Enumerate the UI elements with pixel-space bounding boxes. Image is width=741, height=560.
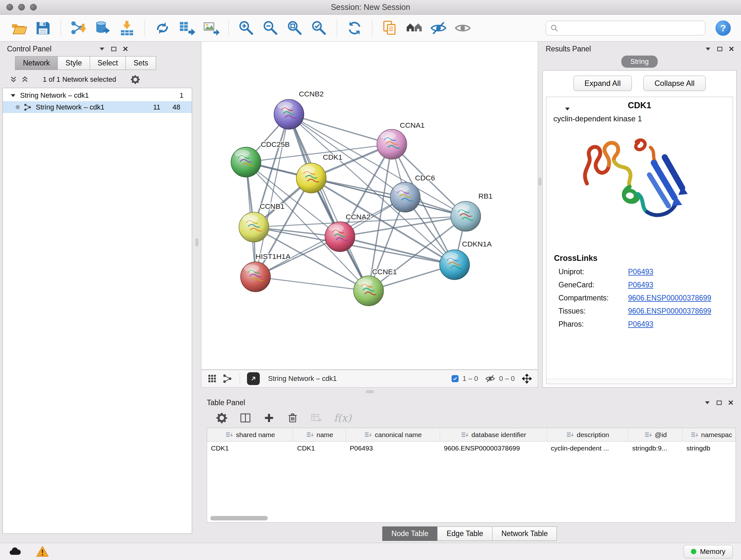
apply-layout-button[interactable] — [343, 17, 366, 39]
first-neighbors-button[interactable] — [403, 17, 425, 39]
network-edge[interactable] — [256, 277, 368, 291]
toolbar-search[interactable] — [546, 21, 705, 36]
collapse-all-button[interactable]: Collapse All — [643, 76, 705, 91]
disclosure-triangle-icon[interactable] — [10, 94, 16, 98]
network-view[interactable]: CCNB2CCNA1CDC25BCDK1CDC6RB1CCNB1CCNA2CDK… — [201, 42, 538, 369]
table-cell[interactable]: stringdb — [683, 442, 736, 455]
table-cell[interactable]: stringdb:9... — [628, 442, 683, 455]
horizontal-splitter-handle[interactable] — [366, 390, 374, 393]
close-panel-icon[interactable] — [123, 46, 128, 51]
zoom-in-button[interactable] — [235, 17, 258, 39]
tab-sets[interactable]: Sets — [125, 56, 156, 70]
table-cell[interactable]: CDK1 — [207, 442, 293, 455]
pan-tool-button[interactable] — [522, 374, 532, 384]
expand-all-button[interactable]: Expand All — [574, 76, 632, 91]
memory-button[interactable]: Memory — [684, 545, 733, 558]
column-header-namespac[interactable]: namespac — [683, 428, 736, 441]
network-canvas[interactable]: CCNB2CCNA1CDC25BCDK1CDC6RB1CCNB1CCNA2CDK… — [201, 42, 538, 370]
gear-icon[interactable] — [130, 74, 140, 84]
delete-table-button-disabled[interactable] — [310, 412, 322, 424]
column-header-name[interactable]: name — [293, 428, 346, 441]
close-panel-icon[interactable] — [728, 400, 733, 405]
column-header--id[interactable]: @id — [628, 428, 683, 441]
protein-section-header[interactable]: CDK1 — [546, 97, 733, 114]
table-cell[interactable]: CDK1 — [293, 442, 346, 455]
minimize-window-button[interactable] — [18, 4, 25, 10]
network-node-ccna1[interactable] — [377, 129, 407, 159]
network-collection-row[interactable]: String Network – cdk1 1 — [3, 89, 192, 101]
collapse-all-icon[interactable] — [10, 76, 17, 83]
zoom-out-button[interactable] — [259, 17, 282, 39]
uniprot-link[interactable]: P06493 — [628, 267, 653, 276]
selected-checkbox-icon[interactable] — [452, 375, 459, 382]
search-input[interactable] — [561, 24, 700, 32]
tissues-link[interactable]: 9606.ENSP00000378699 — [628, 307, 711, 315]
collapse-panel-icon[interactable] — [705, 47, 711, 51]
network-node-ccna2[interactable] — [325, 222, 355, 252]
vertical-splitter-handle[interactable] — [195, 238, 199, 246]
cloud-status-button[interactable] — [8, 545, 22, 558]
network-node-cdc25b[interactable] — [231, 147, 261, 177]
column-header-shared-name[interactable]: shared name — [207, 428, 293, 441]
network-edge[interactable] — [289, 114, 392, 144]
compartments-link[interactable]: 9606.ENSP00000378699 — [628, 294, 711, 302]
close-window-button[interactable] — [6, 4, 13, 10]
clone-network-button[interactable] — [151, 17, 174, 39]
show-all-button[interactable] — [452, 17, 474, 39]
network-edge[interactable] — [289, 114, 368, 291]
grid-view-button[interactable] — [207, 374, 217, 384]
network-node-ccnb1[interactable] — [239, 212, 269, 242]
import-network-from-database-button[interactable] — [91, 17, 114, 39]
network-row-selected[interactable]: String Network – cdk1 11 48 — [3, 101, 192, 113]
disclosure-triangle-icon[interactable] — [565, 107, 570, 111]
collapse-panel-icon[interactable] — [704, 401, 710, 405]
tab-style[interactable]: Style — [57, 56, 90, 70]
tab-network-table[interactable]: Network Table — [492, 526, 557, 541]
table-cell[interactable]: cyclin-dependent ... — [547, 442, 628, 455]
import-table-button[interactable] — [116, 17, 138, 39]
help-button[interactable]: ? — [716, 20, 731, 36]
export-table-button[interactable] — [176, 17, 198, 39]
create-column-button[interactable] — [263, 412, 275, 424]
zoom-fit-button[interactable] — [284, 17, 306, 39]
network-overview-button[interactable] — [222, 374, 232, 384]
table-settings-button[interactable] — [216, 412, 228, 424]
pharos-link[interactable]: P06493 — [628, 320, 653, 328]
close-panel-icon[interactable] — [729, 46, 734, 51]
network-node-rb1[interactable] — [451, 201, 481, 232]
table-row[interactable]: CDK1CDK1P064939606.ENSP00000378699cyclin… — [207, 442, 736, 455]
delete-column-button[interactable] — [286, 412, 299, 424]
network-node-cdc6[interactable] — [390, 182, 420, 212]
expand-all-icon[interactable] — [21, 76, 29, 83]
tab-select[interactable]: Select — [90, 56, 126, 70]
copy-document-button[interactable] — [379, 17, 401, 39]
column-header-description[interactable]: description — [547, 428, 628, 441]
float-panel-icon[interactable] — [717, 400, 722, 405]
network-node-ccnb2[interactable] — [274, 99, 304, 129]
column-header-database-identifier[interactable]: database identifier — [440, 428, 547, 441]
open-session-button[interactable] — [8, 17, 30, 39]
network-node-ccne1[interactable] — [354, 276, 384, 306]
results-scrollbar[interactable] — [546, 379, 733, 384]
collapse-panel-icon[interactable] — [99, 47, 105, 51]
float-panel-icon[interactable] — [717, 47, 723, 51]
tab-edge-table[interactable]: Edge Table — [437, 526, 492, 541]
show-columns-button[interactable] — [239, 412, 252, 424]
column-header-canonical-name[interactable]: canonical name — [346, 428, 440, 441]
export-image-button[interactable] — [200, 17, 222, 39]
save-session-button[interactable] — [32, 17, 54, 39]
network-node-cdkn1a[interactable] — [440, 250, 470, 280]
float-panel-icon[interactable] — [111, 47, 117, 51]
genecard-link[interactable]: P06493 — [628, 281, 653, 289]
network-node-cdk1[interactable] — [296, 163, 326, 193]
table-cell[interactable]: 9606.ENSP00000378699 — [440, 442, 547, 455]
zoom-window-button[interactable] — [30, 4, 37, 10]
function-builder-button[interactable]: f(x) — [334, 412, 351, 424]
hidden-toggle-button[interactable] — [485, 374, 495, 384]
tab-string[interactable]: String — [621, 56, 657, 68]
hide-selected-button[interactable] — [427, 17, 450, 39]
warnings-button[interactable] — [36, 545, 49, 558]
tab-node-table[interactable]: Node Table — [382, 526, 438, 541]
network-node-hist1h1a[interactable] — [241, 262, 271, 292]
table-cell[interactable]: P06493 — [346, 442, 440, 455]
